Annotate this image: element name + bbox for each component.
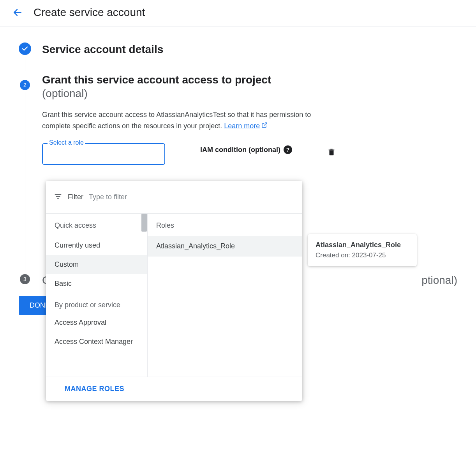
- role-item-atlassian-analytics[interactable]: Atlassian_Analytics_Role: [148, 236, 302, 257]
- role-select[interactable]: Select a role: [42, 143, 165, 165]
- step2-optional: (optional): [42, 87, 457, 100]
- svg-rect-4: [57, 198, 59, 199]
- step2-desc-text: Grant this service account access to Atl…: [42, 111, 311, 130]
- manage-roles-link[interactable]: MANAGE ROLES: [65, 385, 124, 393]
- category-access-approval[interactable]: Access Approval: [46, 313, 147, 332]
- help-icon[interactable]: ?: [284, 145, 292, 154]
- step2-title: Grant this service account access to pro…: [42, 73, 457, 87]
- filter-input[interactable]: Type to filter: [89, 193, 127, 201]
- filter-label: Filter: [68, 193, 83, 201]
- role-tooltip-card: Atlassian_Analytics_Role Created on: 202…: [308, 234, 417, 266]
- step-connector: [25, 92, 25, 273]
- delete-icon[interactable]: [327, 148, 336, 158]
- svg-rect-3: [56, 196, 60, 197]
- dropdown-categories: Quick access Currently used Custom Basic…: [46, 214, 147, 377]
- page-title: Create service account: [33, 6, 145, 19]
- step3-number-badge: 3: [20, 274, 30, 284]
- role-row: Select a role IAM condition (optional) ?: [42, 143, 457, 165]
- category-currently-used[interactable]: Currently used: [46, 236, 147, 255]
- step3-title-suffix: ptional): [421, 274, 457, 287]
- step1-title: Service account details: [42, 42, 457, 57]
- iam-condition-label: IAM condition (optional): [200, 146, 280, 154]
- checkmark-icon: [19, 42, 31, 55]
- step-connector: [25, 57, 25, 71]
- category-access-context-manager[interactable]: Access Context Manager: [46, 332, 147, 351]
- step-1[interactable]: Service account details: [19, 42, 457, 73]
- role-select-label: Select a role: [48, 139, 85, 146]
- role-select-input[interactable]: [42, 143, 165, 165]
- external-link-icon: [261, 120, 268, 132]
- roles-header: Roles: [148, 214, 302, 236]
- learn-more-link[interactable]: Learn more: [224, 122, 268, 130]
- filter-icon: [54, 192, 62, 202]
- step2-description: Grant this service account access to Atl…: [42, 109, 338, 132]
- back-arrow-icon[interactable]: [12, 7, 23, 18]
- quick-access-header: Quick access: [46, 214, 147, 236]
- dropdown-body: Quick access Currently used Custom Basic…: [46, 214, 302, 377]
- category-basic[interactable]: Basic: [46, 274, 147, 293]
- by-product-header: By product or service: [46, 293, 147, 313]
- category-custom[interactable]: Custom: [46, 255, 147, 274]
- dropdown-roles: Roles Atlassian_Analytics_Role: [147, 214, 302, 377]
- role-dropdown-panel: Filter Type to filter Quick access Curre…: [46, 181, 302, 401]
- filter-bar[interactable]: Filter Type to filter: [46, 181, 302, 214]
- tooltip-created-date: Created on: 2023-07-25: [316, 251, 409, 259]
- step2-number-badge: 2: [20, 80, 30, 90]
- tooltip-title: Atlassian_Analytics_Role: [316, 241, 409, 249]
- svg-line-1: [264, 123, 267, 126]
- topbar: Create service account: [0, 0, 476, 27]
- dropdown-footer: MANAGE ROLES: [46, 377, 302, 401]
- svg-rect-2: [55, 194, 62, 195]
- iam-condition: IAM condition (optional) ?: [200, 145, 292, 154]
